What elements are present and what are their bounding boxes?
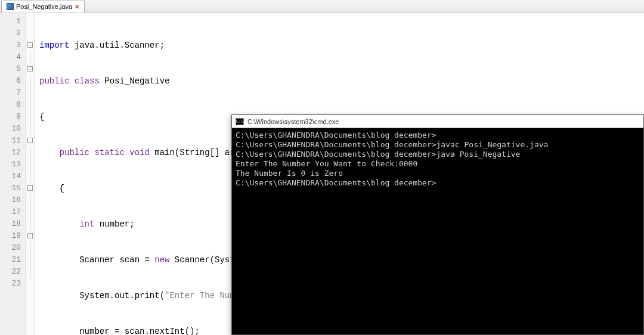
line-number: 13 (0, 159, 21, 170)
fold-marker[interactable]: - (26, 230, 34, 242)
fold-marker (26, 87, 34, 99)
line-number: 9 (0, 111, 21, 123)
line-number: 2 (0, 27, 21, 39)
fold-marker[interactable]: - (26, 39, 34, 51)
fold-marker (26, 27, 34, 39)
fold-marker (26, 123, 34, 135)
line-number: 15 (0, 182, 21, 194)
line-number: 20 (0, 242, 21, 254)
line-number: 18 (0, 218, 21, 230)
cmd-line: C:\Users\GHANENDRA\Documents\blog decemb… (236, 131, 640, 140)
fold-marker[interactable]: - (26, 182, 34, 194)
line-number: 16 (0, 194, 21, 206)
fold-marker (26, 194, 34, 206)
fold-marker (26, 266, 34, 278)
file-tab[interactable]: Posi_Negative.java ✕ (1, 1, 85, 13)
cmd-line: C:\Users\GHANENDRA\Documents\blog decemb… (236, 178, 640, 188)
cmd-line: C:\Users\GHANENDRA\Documents\blog decemb… (236, 140, 640, 150)
line-number: 12 (0, 147, 21, 159)
code-line: import java.util.Scanner; (39, 39, 639, 51)
fold-marker (26, 15, 34, 27)
fold-marker (26, 218, 34, 230)
cmd-output[interactable]: C:\Users\GHANENDRA\Documents\blog decemb… (232, 128, 643, 190)
line-number: 3 (0, 39, 21, 51)
cmd-title-bar[interactable]: C:\ C:\Windows\system32\cmd.exe (232, 115, 643, 128)
fold-marker (26, 75, 34, 87)
line-number: 8 (0, 99, 21, 111)
fold-marker (26, 254, 34, 266)
cmd-line: C:\Users\GHANENDRA\Documents\blog decemb… (236, 150, 640, 159)
fold-marker (26, 170, 34, 182)
line-number: 22 (0, 266, 21, 278)
cmd-window[interactable]: C:\ C:\Windows\system32\cmd.exe C:\Users… (231, 114, 644, 335)
line-number: 14 (0, 170, 21, 182)
line-number: 7 (0, 87, 21, 99)
line-number: 4 (0, 51, 21, 63)
close-icon[interactable]: ✕ (75, 4, 79, 10)
line-number: 11 (0, 135, 21, 147)
tab-filename: Posi_Negative.java (16, 3, 72, 10)
java-file-icon (7, 3, 14, 10)
code-line: public class Posi_Negative (39, 75, 639, 87)
line-number: 17 (0, 206, 21, 218)
line-number: 23 (0, 278, 21, 290)
fold-column: - - - - - (26, 13, 35, 335)
line-number: 6 (0, 75, 21, 87)
fold-marker (26, 159, 34, 170)
fold-marker (26, 111, 34, 123)
cmd-line: Enter The Number You Want to Check:0000 (236, 159, 640, 169)
fold-marker (26, 147, 34, 159)
cmd-title-text: C:\Windows\system32\cmd.exe (247, 118, 339, 125)
cmd-line: The Number Is 0 is Zero (236, 169, 640, 178)
fold-marker (26, 99, 34, 111)
fold-marker[interactable]: - (26, 135, 34, 147)
fold-marker[interactable]: - (26, 63, 34, 75)
cmd-icon: C:\ (236, 118, 244, 125)
fold-marker (26, 51, 34, 63)
line-number: 5 (0, 63, 21, 75)
line-number-gutter: 1 2 3 4 5 6 7 8 9 10 11 12 13 14 15 16 1… (0, 13, 26, 335)
fold-marker (26, 206, 34, 218)
fold-marker (26, 242, 34, 254)
line-number: 21 (0, 254, 21, 266)
fold-marker (26, 278, 34, 290)
line-number: 19 (0, 230, 21, 242)
line-number: 10 (0, 123, 21, 135)
tab-bar: Posi_Negative.java ✕ (0, 0, 644, 13)
line-number: 1 (0, 15, 21, 27)
